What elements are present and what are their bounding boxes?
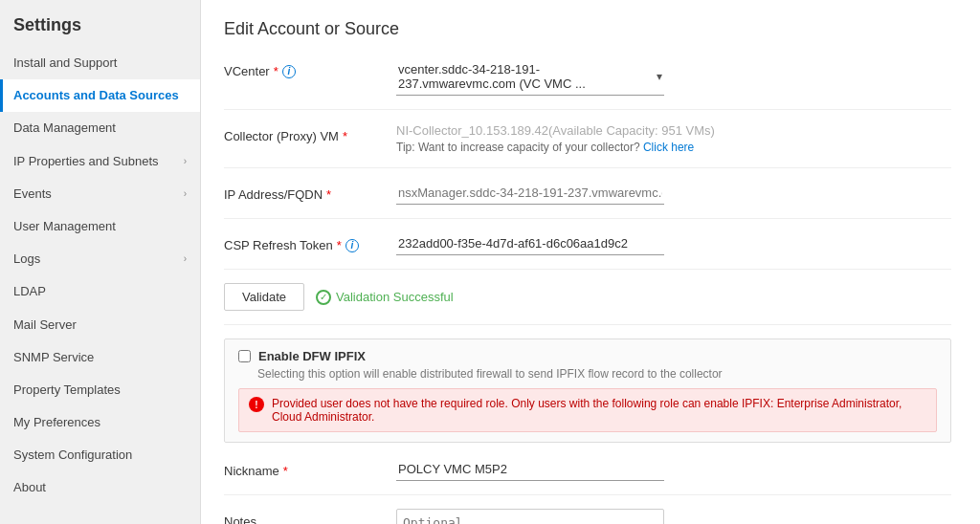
collector-label: Collector (Proxy) VM *	[224, 123, 396, 143]
sidebar-item-label: Logs	[13, 251, 40, 268]
sidebar-item-label: Install and Support	[13, 55, 117, 72]
sidebar-item-my-preferences[interactable]: My Preferences	[0, 406, 200, 439]
sidebar-item-property-templates[interactable]: Property Templates	[0, 374, 200, 406]
dfw-header: Enable DFW IPFIX	[238, 349, 937, 363]
notes-label: Notes	[224, 509, 396, 524]
ip-row: IP Address/FQDN *	[224, 182, 951, 219]
chevron-right-icon: ›	[184, 155, 187, 168]
sidebar-item-ldap[interactable]: LDAP	[0, 275, 200, 308]
nickname-input[interactable]	[396, 458, 664, 481]
collector-tip: Tip: Want to increase capacity of your c…	[396, 141, 951, 154]
validate-button[interactable]: Validate	[224, 283, 304, 311]
nickname-label: Nickname *	[224, 458, 396, 478]
page-title: Edit Account or Source	[224, 19, 951, 39]
ip-field	[396, 182, 951, 205]
dfw-description: Selecting this option will enable distri…	[238, 367, 937, 381]
sidebar-item-mail-server[interactable]: Mail Server	[0, 309, 200, 341]
csp-info-icon[interactable]: i	[345, 239, 359, 252]
required-marker-nickname: *	[283, 464, 288, 478]
dfw-label[interactable]: Enable DFW IPFIX	[258, 349, 366, 363]
vcenter-row: VCenter * i vcenter.sddc-34-218-191-237.…	[224, 58, 951, 110]
vcenter-select[interactable]: vcenter.sddc-34-218-191-237.vmwarevmc.co…	[396, 58, 664, 96]
sidebar-item-label: Data Management	[13, 120, 116, 137]
validation-success: ✓ Validation Successful	[316, 290, 454, 305]
required-marker-csp: *	[337, 238, 342, 252]
chevron-right-icon: ›	[184, 252, 187, 266]
dfw-checkbox[interactable]	[238, 350, 251, 362]
sidebar-item-label: Events	[13, 186, 52, 203]
sidebar-item-label: Accounts and Data Sources	[13, 87, 179, 104]
vcenter-select-text: vcenter.sddc-34-218-191-237.vmwarevmc.co…	[398, 62, 651, 91]
dfw-warning-text: Provided user does not have the required…	[272, 397, 926, 424]
main-content: Edit Account or Source VCenter * i vcent…	[201, 0, 980, 524]
sidebar-item-label: Mail Server	[13, 317, 77, 334]
sidebar-item-label: IP Properties and Subnets	[13, 153, 159, 170]
csp-field	[396, 232, 951, 255]
sidebar-item-logs[interactable]: Logs›	[0, 243, 200, 275]
vcenter-label: VCenter * i	[224, 58, 396, 78]
warning-icon: !	[249, 397, 264, 412]
sidebar-item-label: System Configuration	[13, 447, 132, 464]
notes-textarea[interactable]	[396, 509, 664, 524]
dfw-section: Enable DFW IPFIX Selecting this option w…	[224, 338, 951, 443]
ip-input[interactable]	[396, 182, 664, 205]
sidebar-item-accounts-data-sources[interactable]: Accounts and Data Sources	[0, 79, 200, 112]
sidebar-item-label: Property Templates	[13, 382, 121, 399]
required-marker-collector: *	[343, 129, 347, 143]
vcenter-field: vcenter.sddc-34-218-191-237.vmwarevmc.co…	[396, 58, 951, 96]
vcenter-info-icon[interactable]: i	[282, 65, 296, 78]
sidebar-item-about[interactable]: About	[0, 471, 200, 504]
notes-row: Notes	[224, 509, 951, 524]
sidebar-item-ip-properties-subnets[interactable]: IP Properties and Subnets›	[0, 145, 200, 178]
collector-field: NI-Collector_10.153.189.42(Available Cap…	[396, 123, 951, 154]
sidebar-item-snmp-service[interactable]: SNMP Service	[0, 341, 200, 374]
sidebar-item-label: SNMP Service	[13, 349, 94, 366]
nickname-row: Nickname *	[224, 458, 951, 495]
sidebar-item-label: My Preferences	[13, 414, 100, 431]
sidebar-item-label: About	[13, 479, 46, 496]
sidebar-item-label: LDAP	[13, 283, 46, 300]
vcenter-dropdown-icon: ▾	[657, 70, 662, 83]
sidebar-item-label: User Management	[13, 218, 116, 235]
csp-input[interactable]	[396, 232, 664, 255]
ip-label: IP Address/FQDN *	[224, 182, 396, 202]
csp-label: CSP Refresh Token * i	[224, 232, 396, 252]
sidebar-title: Settings	[0, 0, 200, 47]
csp-row: CSP Refresh Token * i	[224, 232, 951, 270]
sidebar-item-events[interactable]: Events›	[0, 178, 200, 210]
nickname-field	[396, 458, 951, 481]
required-marker-ip: *	[326, 187, 331, 202]
sidebar: Settings Install and SupportAccounts and…	[0, 0, 201, 524]
collector-value: NI-Collector_10.153.189.42(Available Cap…	[396, 123, 951, 138]
validate-row: Validate ✓ Validation Successful	[224, 283, 951, 325]
validation-success-text: Validation Successful	[336, 290, 454, 304]
collector-link[interactable]: Click here	[643, 141, 694, 154]
notes-field	[396, 509, 951, 524]
required-marker: *	[274, 64, 278, 78]
sidebar-item-user-management[interactable]: User Management	[0, 210, 200, 243]
check-circle-icon: ✓	[316, 290, 331, 305]
sidebar-item-system-configuration[interactable]: System Configuration	[0, 439, 200, 471]
collector-row: Collector (Proxy) VM * NI-Collector_10.1…	[224, 123, 951, 168]
sidebar-item-data-management[interactable]: Data Management	[0, 112, 200, 144]
sidebar-item-install-support[interactable]: Install and Support	[0, 47, 200, 79]
dfw-warning: ! Provided user does not have the requir…	[238, 388, 937, 432]
chevron-right-icon: ›	[184, 187, 187, 201]
